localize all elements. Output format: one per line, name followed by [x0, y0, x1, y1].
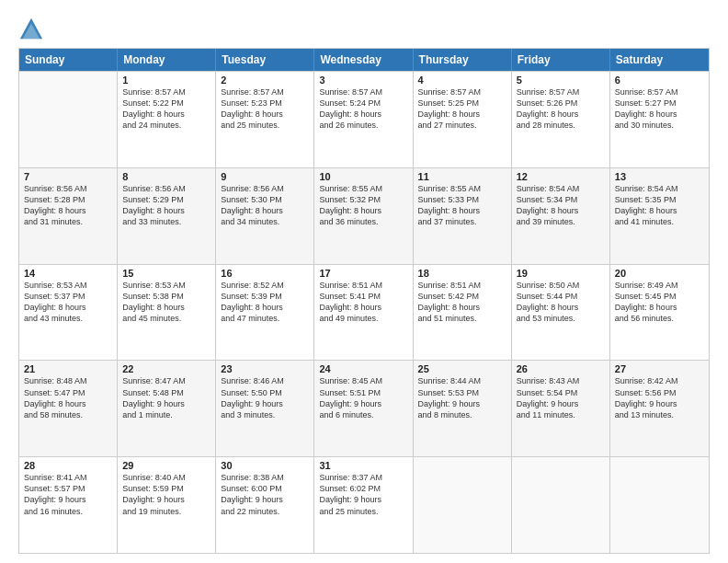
- cell-info: Sunrise: 8:57 AM Sunset: 5:26 PM Dayligh…: [517, 86, 605, 132]
- calendar-cell: 31Sunrise: 8:37 AM Sunset: 6:02 PM Dayli…: [314, 457, 413, 553]
- cell-info: Sunrise: 8:57 AM Sunset: 5:27 PM Dayligh…: [615, 86, 704, 132]
- cell-info: Sunrise: 8:44 AM Sunset: 5:53 PM Dayligh…: [418, 375, 506, 420]
- calendar-header: SundayMondayTuesdayWednesdayThursdayFrid…: [19, 49, 709, 71]
- calendar-cell: 28Sunrise: 8:41 AM Sunset: 5:57 PM Dayli…: [19, 457, 118, 553]
- day-number: 11: [418, 171, 506, 182]
- calendar-cell: 3Sunrise: 8:57 AM Sunset: 5:24 PM Daylig…: [314, 72, 413, 167]
- cell-info: Sunrise: 8:45 AM Sunset: 5:51 PM Dayligh…: [319, 375, 407, 420]
- calendar-cell: 18Sunrise: 8:51 AM Sunset: 5:42 PM Dayli…: [414, 265, 512, 361]
- cell-info: Sunrise: 8:50 AM Sunset: 5:44 PM Dayligh…: [517, 280, 605, 325]
- cell-info: Sunrise: 8:57 AM Sunset: 5:24 PM Dayligh…: [319, 86, 407, 132]
- calendar-cell: 27Sunrise: 8:42 AM Sunset: 5:56 PM Dayli…: [610, 361, 709, 456]
- cell-info: Sunrise: 8:55 AM Sunset: 5:32 PM Dayligh…: [319, 183, 407, 228]
- calendar-cell: 10Sunrise: 8:55 AM Sunset: 5:32 PM Dayli…: [314, 168, 413, 264]
- day-number: 17: [319, 268, 407, 279]
- cell-info: Sunrise: 8:56 AM Sunset: 5:28 PM Dayligh…: [24, 183, 112, 228]
- cell-info: Sunrise: 8:43 AM Sunset: 5:54 PM Dayligh…: [517, 375, 605, 420]
- calendar-cell: 5Sunrise: 8:57 AM Sunset: 5:26 PM Daylig…: [512, 72, 610, 167]
- day-number: 13: [615, 171, 704, 182]
- day-number: 16: [221, 268, 309, 279]
- day-number: 1: [122, 75, 210, 86]
- day-number: 27: [615, 363, 704, 374]
- calendar-cell: 2Sunrise: 8:57 AM Sunset: 5:23 PM Daylig…: [216, 72, 314, 167]
- calendar-cell: 30Sunrise: 8:38 AM Sunset: 6:00 PM Dayli…: [216, 457, 314, 553]
- cell-info: Sunrise: 8:53 AM Sunset: 5:37 PM Dayligh…: [24, 280, 112, 325]
- day-number: 6: [615, 75, 704, 86]
- calendar-cell: 22Sunrise: 8:47 AM Sunset: 5:48 PM Dayli…: [118, 361, 216, 456]
- calendar-cell: 21Sunrise: 8:48 AM Sunset: 5:47 PM Dayli…: [19, 361, 118, 456]
- day-number: 10: [319, 171, 407, 182]
- calendar-cell: 19Sunrise: 8:50 AM Sunset: 5:44 PM Dayli…: [512, 265, 610, 361]
- calendar-cell: 29Sunrise: 8:40 AM Sunset: 5:59 PM Dayli…: [118, 457, 216, 553]
- day-number: 18: [418, 268, 506, 279]
- calendar-cell: 9Sunrise: 8:56 AM Sunset: 5:30 PM Daylig…: [216, 168, 314, 264]
- top-section: [18, 17, 710, 42]
- day-number: 4: [418, 75, 506, 86]
- day-number: 25: [418, 363, 506, 374]
- header-day-tuesday: Tuesday: [216, 49, 314, 71]
- cell-info: Sunrise: 8:46 AM Sunset: 5:50 PM Dayligh…: [221, 375, 309, 420]
- day-number: 23: [221, 363, 309, 374]
- calendar-cell: 13Sunrise: 8:54 AM Sunset: 5:35 PM Dayli…: [610, 168, 709, 264]
- calendar-cell: 17Sunrise: 8:51 AM Sunset: 5:41 PM Dayli…: [314, 265, 413, 361]
- calendar-cell: 15Sunrise: 8:53 AM Sunset: 5:38 PM Dayli…: [118, 265, 216, 361]
- cell-info: Sunrise: 8:57 AM Sunset: 5:25 PM Dayligh…: [418, 86, 506, 132]
- header-day-friday: Friday: [512, 49, 610, 71]
- day-number: 20: [615, 268, 704, 279]
- calendar-cell: 7Sunrise: 8:56 AM Sunset: 5:28 PM Daylig…: [19, 168, 118, 264]
- cell-info: Sunrise: 8:47 AM Sunset: 5:48 PM Dayligh…: [122, 375, 210, 420]
- calendar-cell: 12Sunrise: 8:54 AM Sunset: 5:34 PM Dayli…: [512, 168, 610, 264]
- cell-info: Sunrise: 8:41 AM Sunset: 5:57 PM Dayligh…: [24, 472, 112, 517]
- day-number: 30: [221, 460, 309, 471]
- cell-info: Sunrise: 8:55 AM Sunset: 5:33 PM Dayligh…: [418, 183, 506, 228]
- calendar-cell: 16Sunrise: 8:52 AM Sunset: 5:39 PM Dayli…: [216, 265, 314, 361]
- day-number: 26: [517, 363, 605, 374]
- header-day-sunday: Sunday: [19, 49, 118, 71]
- cell-info: Sunrise: 8:53 AM Sunset: 5:38 PM Dayligh…: [122, 280, 210, 325]
- day-number: 22: [122, 363, 210, 374]
- calendar-cell: [19, 72, 118, 167]
- calendar-row-1: 1Sunrise: 8:57 AM Sunset: 5:22 PM Daylig…: [19, 71, 709, 167]
- day-number: 3: [319, 75, 407, 86]
- day-number: 15: [122, 268, 210, 279]
- calendar-cell: 6Sunrise: 8:57 AM Sunset: 5:27 PM Daylig…: [610, 72, 709, 167]
- calendar-cell: 24Sunrise: 8:45 AM Sunset: 5:51 PM Dayli…: [314, 361, 413, 456]
- header-day-monday: Monday: [118, 49, 216, 71]
- calendar-cell: 1Sunrise: 8:57 AM Sunset: 5:22 PM Daylig…: [118, 72, 216, 167]
- day-number: 12: [517, 171, 605, 182]
- calendar-cell: 23Sunrise: 8:46 AM Sunset: 5:50 PM Dayli…: [216, 361, 314, 456]
- calendar-cell: [414, 457, 512, 553]
- logo-icon: [18, 17, 44, 42]
- cell-info: Sunrise: 8:52 AM Sunset: 5:39 PM Dayligh…: [221, 280, 309, 325]
- calendar-row-2: 7Sunrise: 8:56 AM Sunset: 5:28 PM Daylig…: [19, 167, 709, 264]
- cell-info: Sunrise: 8:56 AM Sunset: 5:29 PM Dayligh…: [122, 183, 210, 228]
- day-number: 8: [122, 171, 210, 182]
- day-number: 9: [221, 171, 309, 182]
- calendar-row-5: 28Sunrise: 8:41 AM Sunset: 5:57 PM Dayli…: [19, 456, 709, 553]
- calendar-cell: 14Sunrise: 8:53 AM Sunset: 5:37 PM Dayli…: [19, 265, 118, 361]
- calendar-cell: 20Sunrise: 8:49 AM Sunset: 5:45 PM Dayli…: [610, 265, 709, 361]
- calendar-cell: [512, 457, 610, 553]
- page: SundayMondayTuesdayWednesdayThursdayFrid…: [0, 0, 728, 563]
- cell-info: Sunrise: 8:54 AM Sunset: 5:34 PM Dayligh…: [517, 183, 605, 228]
- day-number: 7: [24, 171, 112, 182]
- day-number: 19: [517, 268, 605, 279]
- cell-info: Sunrise: 8:42 AM Sunset: 5:56 PM Dayligh…: [615, 375, 704, 420]
- calendar: SundayMondayTuesdayWednesdayThursdayFrid…: [18, 48, 710, 554]
- cell-info: Sunrise: 8:54 AM Sunset: 5:35 PM Dayligh…: [615, 183, 704, 228]
- header-day-wednesday: Wednesday: [314, 49, 413, 71]
- calendar-cell: 25Sunrise: 8:44 AM Sunset: 5:53 PM Dayli…: [414, 361, 512, 456]
- day-number: 31: [319, 460, 407, 471]
- calendar-cell: 26Sunrise: 8:43 AM Sunset: 5:54 PM Dayli…: [512, 361, 610, 456]
- day-number: 29: [122, 460, 210, 471]
- calendar-cell: [610, 457, 709, 553]
- calendar-cell: 11Sunrise: 8:55 AM Sunset: 5:33 PM Dayli…: [414, 168, 512, 264]
- cell-info: Sunrise: 8:51 AM Sunset: 5:42 PM Dayligh…: [418, 280, 506, 325]
- cell-info: Sunrise: 8:38 AM Sunset: 6:00 PM Dayligh…: [221, 472, 309, 517]
- cell-info: Sunrise: 8:57 AM Sunset: 5:23 PM Dayligh…: [221, 86, 309, 132]
- calendar-row-3: 14Sunrise: 8:53 AM Sunset: 5:37 PM Dayli…: [19, 264, 709, 361]
- header-day-saturday: Saturday: [610, 49, 709, 71]
- cell-info: Sunrise: 8:40 AM Sunset: 5:59 PM Dayligh…: [122, 472, 210, 517]
- cell-info: Sunrise: 8:51 AM Sunset: 5:41 PM Dayligh…: [319, 280, 407, 325]
- calendar-body: 1Sunrise: 8:57 AM Sunset: 5:22 PM Daylig…: [19, 71, 709, 553]
